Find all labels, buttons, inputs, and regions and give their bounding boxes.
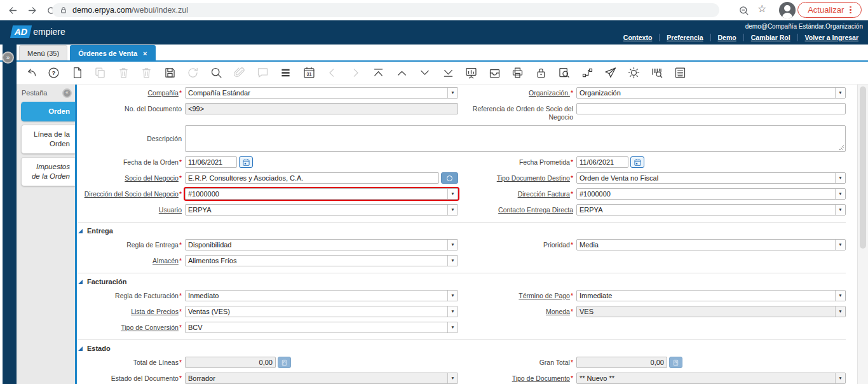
last-record-button[interactable] bbox=[441, 66, 455, 80]
dropdown-arrow-icon[interactable]: ▼ bbox=[835, 173, 845, 183]
header-link-preferencia[interactable]: Preferencia bbox=[660, 34, 710, 41]
label-termino-de-pago[interactable]: Término de Pago* bbox=[461, 290, 573, 300]
workflow-button[interactable] bbox=[580, 66, 594, 80]
field-lista-de-precios-combo[interactable]: Ventas (VES)▼ bbox=[185, 306, 458, 317]
label-direccion-factura[interactable]: Dirección Factura* bbox=[461, 188, 573, 198]
fecha-de-la-orden-calendar-button[interactable] bbox=[239, 156, 253, 168]
save-button[interactable] bbox=[163, 66, 177, 80]
lock-button[interactable] bbox=[534, 66, 548, 80]
dropdown-arrow-icon[interactable]: ▼ bbox=[447, 322, 458, 333]
field-prioridad-combo[interactable]: Media▼ bbox=[576, 239, 846, 250]
field-compania-combo[interactable]: Compañía Estándar▼ bbox=[185, 87, 458, 99]
dropdown-arrow-icon[interactable]: ▼ bbox=[835, 306, 845, 317]
field-regla-de-facturacion-combo[interactable]: Inmediato▼ bbox=[185, 290, 458, 301]
zoom-across-button[interactable] bbox=[557, 66, 571, 80]
label-moneda[interactable]: Moneda* bbox=[461, 306, 573, 316]
vertical-scrollbar[interactable] bbox=[857, 85, 868, 384]
header-link-demo[interactable]: Demo bbox=[711, 34, 744, 41]
sidebar-tab-impuestos-de-la-orden[interactable]: Impuestos de la Orden bbox=[21, 157, 75, 186]
tab-menu[interactable]: Menú (35) bbox=[19, 45, 67, 60]
label-contacto-entrega-directa[interactable]: Contacto Entrega Directa bbox=[461, 204, 573, 214]
sidebar-tab-linea-de-la-orden[interactable]: Línea de la Orden bbox=[21, 125, 75, 154]
dropdown-arrow-icon[interactable]: ▼ bbox=[447, 189, 458, 199]
help-button[interactable]: ? bbox=[47, 66, 61, 80]
resize-grip-icon[interactable] bbox=[838, 144, 844, 150]
close-tab-icon[interactable]: × bbox=[143, 50, 147, 57]
label-usuario[interactable]: Usuario bbox=[77, 204, 182, 214]
product-info-button[interactable] bbox=[650, 66, 664, 80]
dropdown-arrow-icon[interactable]: ▼ bbox=[835, 189, 845, 199]
field-regla-de-entrega-combo[interactable]: Disponibilidad▼ bbox=[185, 239, 458, 250]
dropdown-arrow-icon[interactable]: ▼ bbox=[447, 256, 458, 266]
socio-del-negocio-record-zoom-button[interactable] bbox=[441, 172, 458, 184]
label-tipo-documento-destino[interactable]: Tipo Documento Destino* bbox=[461, 172, 573, 182]
undo-button[interactable] bbox=[24, 66, 37, 80]
dropdown-arrow-icon[interactable]: ▼ bbox=[447, 291, 458, 301]
label-direccion-del-socio-del-negocio[interactable]: Dirección del Socio del Negocio* bbox=[77, 188, 182, 198]
browser-forward-icon[interactable] bbox=[24, 3, 39, 18]
field-descripcion-textarea[interactable] bbox=[185, 125, 846, 152]
field-fecha-de-la-orden-input[interactable]: 11/06/2021 bbox=[185, 156, 237, 168]
preferences-button[interactable] bbox=[627, 66, 641, 80]
dropdown-arrow-icon[interactable]: ▼ bbox=[835, 240, 845, 250]
bookmark-star-icon[interactable]: ☆ bbox=[757, 3, 766, 15]
field-tipo-documento-destino-combo[interactable]: Orden de Venta no Fiscal▼ bbox=[576, 172, 846, 184]
calendar-button[interactable]: 31 bbox=[302, 66, 316, 80]
previous-record-button[interactable] bbox=[395, 66, 409, 80]
report-button[interactable] bbox=[465, 66, 478, 80]
dropdown-arrow-icon[interactable]: ▼ bbox=[447, 88, 458, 98]
label-tipo-de-documento[interactable]: Tipo de Documento* bbox=[461, 373, 573, 383]
gran-total-calculator-button[interactable] bbox=[669, 357, 682, 368]
browser-profile-avatar[interactable] bbox=[779, 2, 796, 18]
zoom-out-icon[interactable] bbox=[736, 3, 751, 18]
field-direccion-del-socio-del-negocio-combo[interactable]: #1000000▼ bbox=[185, 188, 458, 200]
dropdown-arrow-icon[interactable]: ▼ bbox=[447, 306, 458, 317]
dropdown-arrow-icon[interactable]: ▼ bbox=[835, 88, 845, 98]
expand-menu-button[interactable]: » bbox=[2, 51, 14, 64]
dropdown-arrow-icon[interactable]: ▼ bbox=[447, 205, 458, 215]
next-record-button[interactable] bbox=[418, 66, 432, 80]
header-link-cambiar-rol[interactable]: Cambiar Rol bbox=[744, 34, 798, 41]
find-button[interactable] bbox=[209, 66, 223, 80]
collapse-triangle-icon[interactable] bbox=[78, 280, 83, 284]
tab-ordenes-de-venta[interactable]: Órdenes de Venta × bbox=[70, 45, 155, 60]
field-direccion-factura-combo[interactable]: #1000000▼ bbox=[576, 188, 846, 200]
dropdown-arrow-icon[interactable]: ▼ bbox=[835, 205, 845, 215]
fecha-prometida-calendar-button[interactable] bbox=[630, 156, 644, 168]
field-fecha-prometida-input[interactable]: 11/06/2021 bbox=[576, 156, 628, 168]
field-organizacion-combo[interactable]: Organización▼ bbox=[576, 87, 846, 99]
label-socio-del-negocio[interactable]: Socio del Negocio* bbox=[77, 172, 182, 182]
field-almacen-combo[interactable]: Alimentos Fríos▼ bbox=[185, 255, 458, 266]
field-referencia-orden-socio-input[interactable] bbox=[576, 103, 846, 114]
new-record-button[interactable] bbox=[70, 66, 84, 80]
label-tipo-de-conversion[interactable]: Tipo de Conversión* bbox=[77, 322, 182, 332]
dropdown-arrow-icon[interactable]: ▼ bbox=[447, 373, 458, 383]
collapse-sidebar-button[interactable]: « bbox=[62, 88, 72, 98]
label-compania[interactable]: Compañía* bbox=[77, 87, 182, 97]
print-preview-button[interactable] bbox=[673, 66, 687, 80]
field-termino-de-pago-combo[interactable]: Immediate▼ bbox=[576, 290, 846, 301]
address-bar[interactable]: demo.erpya.com/webui/index.zul bbox=[52, 3, 719, 17]
header-link-volver-a-ingresar[interactable]: Volver a Ingresar bbox=[798, 34, 865, 41]
requests-button[interactable] bbox=[604, 66, 618, 80]
total-de-lineas-calculator-button[interactable] bbox=[278, 357, 291, 368]
label-organizacion[interactable]: Organización.* bbox=[461, 87, 573, 97]
archive-button[interactable] bbox=[487, 66, 501, 80]
field-usuario-combo[interactable]: ERPYA▼ bbox=[185, 204, 458, 216]
dropdown-arrow-icon[interactable]: ▼ bbox=[835, 291, 845, 301]
dropdown-arrow-icon[interactable]: ▼ bbox=[447, 240, 458, 250]
collapse-triangle-icon[interactable] bbox=[78, 229, 83, 233]
update-button[interactable]: Actualizar bbox=[797, 2, 862, 18]
dropdown-arrow-icon[interactable]: ▼ bbox=[835, 373, 845, 383]
label-almacen[interactable]: Almacén* bbox=[77, 255, 182, 265]
sidebar-tab-orden[interactable]: Orden bbox=[21, 102, 75, 121]
field-contacto-entrega-directa-combo[interactable]: ERPYA▼ bbox=[576, 204, 846, 216]
browser-menu-icon[interactable] bbox=[850, 6, 851, 14]
first-record-button[interactable] bbox=[372, 66, 386, 80]
collapse-triangle-icon[interactable] bbox=[78, 346, 83, 351]
header-link-contexto[interactable]: Contexto bbox=[616, 34, 660, 41]
scrollbar-thumb[interactable] bbox=[860, 86, 866, 249]
print-button[interactable] bbox=[511, 66, 525, 80]
browser-back-icon[interactable] bbox=[5, 3, 20, 18]
field-tipo-de-conversion-combo[interactable]: BCV▼ bbox=[185, 322, 458, 333]
